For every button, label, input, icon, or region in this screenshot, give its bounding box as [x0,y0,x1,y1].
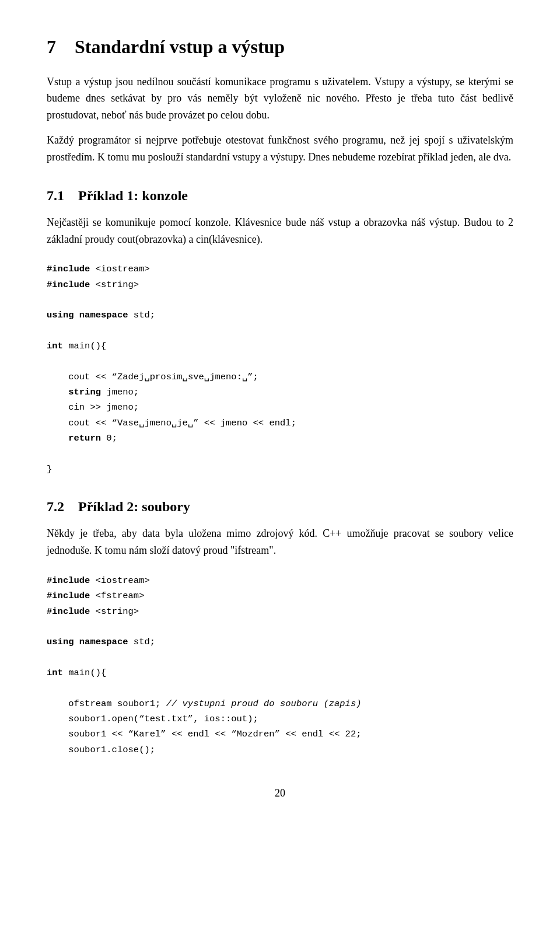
code-keyword: int [47,668,63,678]
chapter-title-text: Standardní vstup a výstup [75,36,285,57]
code-keyword: string [68,387,101,397]
section-2-title-text: Příklad 2: soubory [78,499,190,514]
code-keyword: #include [47,591,90,601]
code-keyword: int [47,341,63,351]
code-block-2: #include <iostream> #include <fstream> #… [47,573,513,757]
page-content: 7 Standardní vstup a výstup Vstup a výst… [47,35,513,801]
page-number: 20 [47,785,513,801]
section-2-number: 7.2 [47,499,64,514]
code-keyword: using namespace [47,310,128,320]
code-keyword: #include [47,264,90,274]
chapter-title: 7 Standardní vstup a výstup [47,35,513,60]
intro-paragraph-1: Vstup a výstup jsou nedílnou součástí ko… [47,74,513,124]
section-1-paragraph: Nejčastěji se komunikuje pomocí konzole.… [47,214,513,248]
section-1-title-text: Příklad 1: konzole [78,188,188,203]
section-1-title: 7.1 Příklad 1: konzole [47,187,513,205]
section-2-paragraph: Někdy je třeba, aby data byla uložena mi… [47,525,513,559]
intro-paragraph-2: Každý programátor si nejprve potřebuje o… [47,132,513,166]
code-keyword: #include [47,575,90,586]
chapter-number: 7 [47,36,56,57]
code-keyword: #include [47,606,90,617]
code-keyword: return [68,433,101,443]
section-2-title: 7.2 Příklad 2: soubory [47,498,513,516]
section-1-number: 7.1 [47,188,64,203]
code-block-1: #include <iostream> #include <string> us… [47,261,513,477]
code-keyword: using namespace [47,637,128,647]
code-keyword: #include [47,280,90,290]
